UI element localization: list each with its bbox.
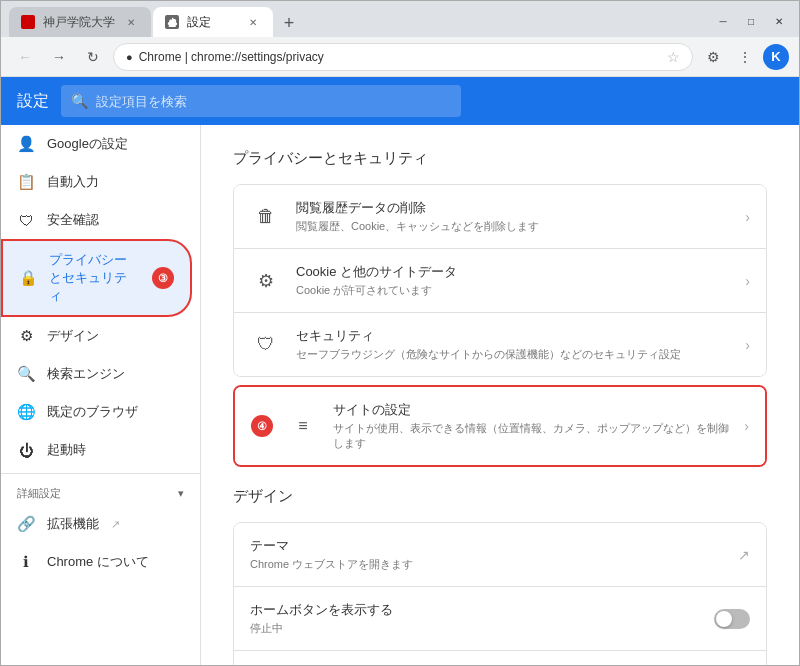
site-settings-arrow: ›	[744, 418, 749, 434]
reload-button[interactable]: ↻	[79, 43, 107, 71]
site-settings-badge: ④	[251, 415, 273, 437]
tab2-close[interactable]: ✕	[245, 14, 261, 30]
content-inner: プライバシーとセキュリティ 🗑 閲覧履歴データの削除 閲覧履歴、Cookie、キ…	[201, 125, 799, 665]
search-box[interactable]: 🔍	[61, 85, 461, 117]
home-button-title: ホームボタンを表示する	[250, 601, 700, 619]
site-settings-text: サイトの設定 サイトが使用、表示できる情報（位置情報、カメラ、ポップアップなど）…	[333, 401, 730, 451]
sidebar-item-google[interactable]: 👤 Googleの設定	[1, 125, 192, 163]
sidebar-label-about: Chrome について	[47, 553, 149, 571]
browser-frame: 神戸学院大学 ✕ 設定 ✕ + ─ □ ✕ ← → ↻ ● Chrome	[0, 0, 800, 666]
forward-button[interactable]: →	[45, 43, 73, 71]
extensions-button[interactable]: ⚙	[699, 43, 727, 71]
design-cards: テーマ Chrome ウェブストアを開きます ↗ ホームボタンを表示する 停止中	[233, 522, 767, 665]
back-button[interactable]: ←	[11, 43, 39, 71]
sidebar-item-privacy[interactable]: 🔒 プライバシーとセキュリティ ③	[1, 239, 192, 317]
home-button-toggle[interactable]	[714, 609, 750, 629]
tab1-close[interactable]: ✕	[123, 14, 139, 30]
main-content: プライバシーとセキュリティ 🗑 閲覧履歴データの削除 閲覧履歴、Cookie、キ…	[201, 125, 799, 665]
sidebar-label-autofill: 自動入力	[47, 173, 99, 191]
clear-history-icon: 🗑	[250, 201, 282, 233]
sidebar-label-extensions: 拡張機能	[47, 515, 99, 533]
sidebar: 👤 Googleの設定 📋 自動入力 🛡 安全確認 🔒 プライバシーとセキュリテ…	[1, 125, 201, 665]
cookies-title: Cookie と他のサイトデータ	[296, 263, 731, 281]
sidebar-item-autofill[interactable]: 📋 自動入力	[1, 163, 192, 201]
theme-row[interactable]: テーマ Chrome ウェブストアを開きます ↗	[234, 523, 766, 586]
cookies-arrow: ›	[745, 273, 750, 289]
about-icon: ℹ	[17, 553, 35, 571]
cookies-row[interactable]: ⚙ Cookie と他のサイトデータ Cookie が許可されています ›	[234, 248, 766, 312]
sidebar-item-safety[interactable]: 🛡 安全確認	[1, 201, 192, 239]
search-icon: 🔍	[71, 93, 88, 109]
tab1-favicon	[21, 15, 35, 29]
sidebar-label-safety: 安全確認	[47, 211, 99, 229]
sidebar-label-search: 検索エンジン	[47, 365, 125, 383]
avatar-button[interactable]: K	[763, 44, 789, 70]
clear-history-desc: 閲覧履歴、Cookie、キャッシュなどを削除します	[296, 219, 731, 234]
security-arrow: ›	[745, 337, 750, 353]
bookmark-icon[interactable]: ☆	[667, 49, 680, 65]
settings-title: 設定	[17, 91, 49, 112]
sidebar-item-startup[interactable]: ⏻ 起動時	[1, 431, 192, 469]
clear-history-title: 閲覧履歴データの削除	[296, 199, 731, 217]
search-engine-icon: 🔍	[17, 365, 35, 383]
address-bar[interactable]: ● Chrome | chrome://settings/privacy ☆	[113, 43, 693, 71]
privacy-icon: 🔒	[19, 269, 37, 287]
tab-kobe[interactable]: 神戸学院大学 ✕	[9, 7, 151, 37]
startup-icon: ⏻	[17, 442, 35, 459]
site-settings-row[interactable]: ④ ≡ サイトの設定 サイトが使用、表示できる情報（位置情報、カメラ、ポップアッ…	[235, 387, 765, 465]
theme-text: テーマ Chrome ウェブストアを開きます	[250, 537, 724, 572]
site-settings-title: サイトの設定	[333, 401, 730, 419]
design-section: デザイン テーマ Chrome ウェブストアを開きます ↗	[233, 487, 767, 665]
sidebar-item-default-browser[interactable]: 🌐 既定のブラウザ	[1, 393, 192, 431]
url-text: Chrome | chrome://settings/privacy	[139, 50, 661, 64]
privacy-section-title: プライバシーとセキュリティ	[233, 149, 767, 168]
tab1-label: 神戸学院大学	[43, 14, 115, 31]
new-tab-button[interactable]: +	[275, 9, 303, 37]
sidebar-item-extensions[interactable]: 🔗 拡張機能 ↗	[1, 505, 192, 543]
cookies-icon: ⚙	[250, 265, 282, 297]
theme-external-icon: ↗	[738, 547, 750, 563]
menu-button[interactable]: ⋮	[731, 43, 759, 71]
bookmarks-bar-row[interactable]: ブックマークバーを表示する	[234, 650, 766, 665]
privacy-cards: 🗑 閲覧履歴データの削除 閲覧履歴、Cookie、キャッシュなどを削除します ›…	[233, 184, 767, 377]
settings-topbar: 設定 🔍	[1, 77, 799, 125]
sidebar-label-startup: 起動時	[47, 441, 86, 459]
minimize-button[interactable]: ─	[711, 11, 735, 31]
title-bar: 神戸学院大学 ✕ 設定 ✕ + ─ □ ✕	[1, 1, 799, 37]
sidebar-item-about[interactable]: ℹ Chrome について	[1, 543, 192, 581]
lock-icon: ●	[126, 51, 133, 63]
security-icon: 🛡	[250, 329, 282, 361]
maximize-button[interactable]: □	[739, 11, 763, 31]
clear-history-arrow: ›	[745, 209, 750, 225]
home-button-row[interactable]: ホームボタンを表示する 停止中	[234, 586, 766, 650]
clear-history-row[interactable]: 🗑 閲覧履歴データの削除 閲覧履歴、Cookie、キャッシュなどを削除します ›	[234, 185, 766, 248]
window-controls: ─ □ ✕	[711, 11, 791, 37]
autofill-icon: 📋	[17, 173, 35, 191]
sidebar-label-browser: 既定のブラウザ	[47, 403, 138, 421]
sidebar-label-design: デザイン	[47, 327, 99, 345]
google-icon: 👤	[17, 135, 35, 153]
extensions-icon: 🔗	[17, 515, 35, 533]
tab-settings[interactable]: 設定 ✕	[153, 7, 273, 37]
sidebar-section-advanced[interactable]: 詳細設定 ▾	[1, 478, 200, 505]
nav-right-controls: ⚙ ⋮ K	[699, 43, 789, 71]
sidebar-item-search[interactable]: 🔍 検索エンジン	[1, 355, 192, 393]
close-button[interactable]: ✕	[767, 11, 791, 31]
theme-desc: Chrome ウェブストアを開きます	[250, 557, 724, 572]
security-row[interactable]: 🛡 セキュリティ セーフブラウジング（危険なサイトからの保護機能）などのセキュリ…	[234, 312, 766, 376]
sidebar-item-design[interactable]: ⚙ デザイン	[1, 317, 192, 355]
external-link-icon: ↗	[111, 518, 120, 531]
nav-bar: ← → ↻ ● Chrome | chrome://settings/priva…	[1, 37, 799, 77]
security-desc: セーフブラウジング（危険なサイトからの保護機能）などのセキュリティ設定	[296, 347, 731, 362]
security-text: セキュリティ セーフブラウジング（危険なサイトからの保護機能）などのセキュリティ…	[296, 327, 731, 362]
default-browser-icon: 🌐	[17, 403, 35, 421]
tab2-favicon	[165, 15, 179, 29]
home-button-text: ホームボタンを表示する 停止中	[250, 601, 700, 636]
cookies-desc: Cookie が許可されています	[296, 283, 731, 298]
cookies-text: Cookie と他のサイトデータ Cookie が許可されています	[296, 263, 731, 298]
clear-history-text: 閲覧履歴データの削除 閲覧履歴、Cookie、キャッシュなどを削除します	[296, 199, 731, 234]
search-input[interactable]	[96, 94, 451, 109]
theme-title: テーマ	[250, 537, 724, 555]
safety-icon: 🛡	[17, 212, 35, 229]
site-settings-desc: サイトが使用、表示できる情報（位置情報、カメラ、ポップアップなど）を制御します	[333, 421, 730, 451]
